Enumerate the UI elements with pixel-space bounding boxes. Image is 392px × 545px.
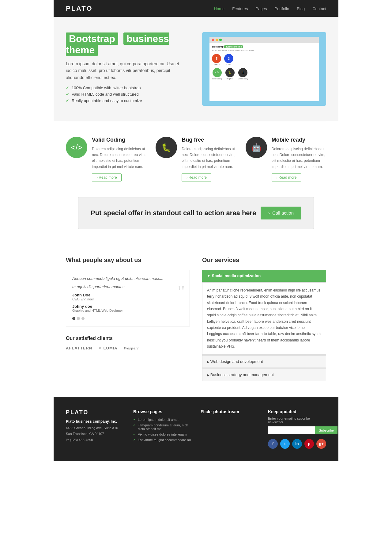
browser-content: Bootstrap business theme Lorem ipsum dol… bbox=[209, 43, 318, 85]
navbar: PLATO Home Features Pages Portfolio Blog… bbox=[54, 0, 338, 17]
call-action-button[interactable]: › Call action bbox=[261, 207, 301, 219]
client-wesperr: Wesperr bbox=[124, 346, 139, 351]
testimonial-box: Aenean commodo ligula eget dolor. Aenean… bbox=[66, 270, 190, 326]
person2-name: Johny doe bbox=[72, 304, 183, 309]
person2-role: Graphic and HTML Web Designer bbox=[72, 309, 183, 312]
main-content: What people say about us Aenean commodo … bbox=[54, 241, 338, 397]
browser-dot-yellow bbox=[216, 39, 218, 41]
nav-blog[interactable]: Blog bbox=[297, 6, 305, 11]
testimonial-quote-1: Aenean commodo ligula eget dolor. Aenean… bbox=[72, 276, 183, 281]
valid-coding-icon: </> bbox=[66, 137, 87, 158]
services-section: Our services Social media optimization A… bbox=[202, 257, 326, 382]
dot-2[interactable] bbox=[77, 317, 80, 320]
nav-portfolio[interactable]: Portfolio bbox=[274, 6, 289, 11]
testimonials-section: What people say about us Aenean commodo … bbox=[66, 257, 190, 382]
footer-pages-list: Lorem ipsum dolor sit amet Tamquam ponde… bbox=[133, 418, 191, 442]
newsletter-form: Subscribe bbox=[268, 426, 326, 434]
nav-links: Home Features Pages Portfolio Blog Conta… bbox=[214, 6, 326, 11]
footer-newsletter-desc: Enter your email to subcribe newsletter bbox=[268, 417, 326, 424]
nav-features[interactable]: Features bbox=[232, 6, 248, 11]
social-icons: f t in p g+ bbox=[268, 439, 326, 449]
footer: PLATO Plato business company, Inc. 4455 … bbox=[54, 397, 338, 461]
browser-dot-red bbox=[212, 39, 214, 41]
footer-link-3[interactable]: Vix no vidisse dolores inteliegam bbox=[133, 433, 191, 436]
browser-mini-text: Lorem ipsum dolor sit amet, qui corpora … bbox=[212, 49, 316, 51]
browser-mini-title: Bootstrap business theme bbox=[212, 45, 316, 48]
footer-pages-title: Browse pages bbox=[133, 409, 191, 414]
quote-marks: " bbox=[178, 282, 185, 301]
client-lumia: ▼ LUMIA bbox=[98, 346, 118, 350]
footer-link-1[interactable]: Lorem ipsum dolor sit amet bbox=[133, 418, 191, 421]
hero-bullet-3: Really updatable and easy to customize bbox=[66, 98, 190, 103]
footer-link-4[interactable]: Est virtute feugiat accommodare au bbox=[133, 438, 191, 442]
browser-mockup: Bootstrap business theme Lorem ipsum dol… bbox=[202, 32, 326, 106]
mini-icon-html: 5 HTML5 bbox=[212, 54, 221, 66]
service-item-business[interactable]: Business strategy and management bbox=[202, 368, 326, 381]
footer-flickr: Flickr photostream bbox=[201, 409, 259, 449]
nav-pages[interactable]: Pages bbox=[256, 6, 267, 11]
footer-address: 4455 Great building Ave, Suite A10 San F… bbox=[66, 425, 124, 443]
testimonial-quote-2: m.agnis dis parturient montes. bbox=[72, 284, 183, 289]
cta-wrapper: Put special offer in standout call to ac… bbox=[54, 197, 338, 241]
brand-logo: PLATO bbox=[66, 5, 93, 13]
browser-inner: Bootstrap business theme Lorem ipsum dol… bbox=[209, 37, 318, 101]
client-logos: AFLATTERN ▼ LUMIA Wesperr bbox=[66, 346, 190, 351]
social-linkedin[interactable]: in bbox=[292, 439, 302, 449]
bug-free-icon: 🐛 bbox=[156, 137, 177, 158]
feature-title-1: Valid Coding bbox=[92, 137, 146, 143]
feature-icon-mobile: 📱 Mobile ready bbox=[238, 68, 248, 80]
feature-valid-coding: </> Valid Coding Dolorem adipiscing defi… bbox=[66, 137, 146, 181]
hero-image: Bootstrap business theme Lorem ipsum dol… bbox=[202, 32, 326, 106]
dot-1[interactable] bbox=[72, 317, 75, 320]
person1-role: CEO Engineer bbox=[72, 297, 183, 301]
dot-3[interactable] bbox=[81, 317, 85, 320]
browser-dot-green bbox=[219, 39, 222, 41]
person1-name: John Doe bbox=[72, 293, 183, 297]
service-item-active[interactable]: Social media optimization bbox=[202, 270, 326, 282]
footer-newsletter-title: Keep updated bbox=[268, 409, 326, 414]
social-googleplus[interactable]: g+ bbox=[316, 439, 326, 449]
feature-mobile-ready: 🤖 Mobile ready Dolorem adipiscing defini… bbox=[246, 137, 326, 181]
read-more-btn-1[interactable]: › Read more bbox=[92, 173, 122, 181]
read-more-btn-3[interactable]: › Read more bbox=[272, 173, 301, 181]
feature-icon-code: </> Valid Coding bbox=[212, 68, 222, 80]
testimonials-title: What people say about us bbox=[66, 257, 190, 264]
browser-mini-icons: 5 HTML5 3 CSS3 bbox=[212, 54, 316, 66]
feature-icon-bug: 🐛 Bug free bbox=[225, 68, 235, 80]
footer-company: Plato business company, Inc. bbox=[66, 419, 124, 424]
nav-home[interactable]: Home bbox=[214, 6, 225, 11]
testimonial-dots bbox=[72, 317, 183, 320]
mobile-ready-icon: 🤖 bbox=[246, 137, 267, 158]
hero-title: Bootstrap business theme bbox=[66, 33, 190, 56]
footer-logo: PLATO bbox=[66, 409, 124, 416]
mini-icon-css: 3 CSS3 bbox=[224, 54, 233, 66]
client-aflattern: AFLATTERN bbox=[66, 346, 92, 350]
cta-section: Put special offer in standout call to ac… bbox=[78, 197, 314, 229]
hero-section: Bootstrap business theme Lorem ipsum dol… bbox=[54, 17, 338, 121]
social-facebook[interactable]: f bbox=[268, 439, 278, 449]
read-more-btn-2[interactable]: › Read more bbox=[182, 173, 211, 181]
footer-link-2[interactable]: Tamquam ponderum at eum, nibh dicta ofen… bbox=[133, 423, 191, 431]
service-item-web[interactable]: Web design and development bbox=[202, 355, 326, 368]
newsletter-subscribe-button[interactable]: Subscribe bbox=[315, 426, 337, 434]
browser-feature-icons: </> Valid Coding 🐛 Bug free 📱 Mobile rea… bbox=[212, 68, 316, 80]
social-twitter[interactable]: t bbox=[280, 439, 290, 449]
features-section: </> Valid Coding Dolorem adipiscing defi… bbox=[54, 121, 338, 197]
feature-desc-1: Dolorem adipiscing definiebas ut nec. Do… bbox=[92, 146, 146, 170]
feature-title-2: Bug free bbox=[182, 137, 236, 143]
footer-pages: Browse pages Lorem ipsum dolor sit amet … bbox=[133, 409, 191, 449]
feature-title-3: Mobile ready bbox=[272, 137, 326, 143]
service-content-active: Anim pariatur cliche reprehenderit, enim… bbox=[202, 282, 326, 355]
hero-description: Lorem ipsum dolor sit amet, qui corpora … bbox=[66, 60, 190, 81]
clients-title: Our satisfied clients bbox=[66, 336, 190, 341]
feature-desc-3: Dolorem adipiscing definiebas ut nec. Do… bbox=[272, 146, 326, 170]
nav-contact[interactable]: Contact bbox=[312, 6, 326, 11]
satisfied-clients: Our satisfied clients AFLATTERN ▼ LUMIA … bbox=[66, 336, 190, 351]
footer-brand: PLATO Plato business company, Inc. 4455 … bbox=[66, 409, 124, 449]
newsletter-input[interactable] bbox=[268, 426, 315, 434]
hero-text: Bootstrap business theme Lorem ipsum dol… bbox=[66, 33, 190, 105]
browser-bar bbox=[209, 37, 318, 43]
footer-flickr-title: Flickr photostream bbox=[201, 409, 259, 414]
social-pinterest[interactable]: p bbox=[304, 439, 314, 449]
hero-bullet-1: 100% Compatible with twitter bootstrap bbox=[66, 86, 190, 90]
